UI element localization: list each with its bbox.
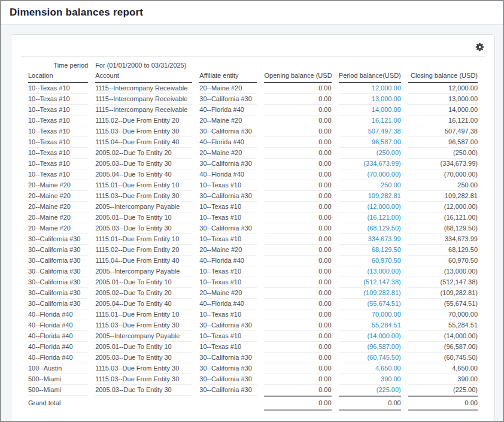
closing-balance-cell: 14,000.00 (408, 105, 478, 116)
account-cell: 1115.03--Due From Entity 30 (95, 126, 192, 137)
account-cell: 2005.04--Due To Entity 40 (95, 299, 192, 309)
table-row: 10--Texas #101115--Intercompany Receivab… (28, 83, 478, 94)
period-balance-link[interactable]: 14,000.00 (372, 106, 401, 113)
period-balance-link[interactable]: 12,000.00 (372, 84, 401, 92)
col-header-location: Location (28, 70, 88, 83)
period-balance-cell: (60,745.50) (339, 353, 401, 363)
affiliate-entity-cell: 10--Texas #10 (199, 266, 257, 277)
period-balance-link[interactable]: 334,673.99 (368, 235, 401, 242)
period-balance-link[interactable]: (55,674.51) (367, 300, 400, 307)
table-row: 40--Florida #402005--Intercompany Payabl… (28, 331, 478, 342)
affiliate-entity-cell: 20--Maine #20 (199, 288, 257, 299)
affiliate-entity-cell: 20--Maine #20 (199, 83, 257, 94)
grand-total-row: Grand total 0.00 0.00 0.00 (28, 396, 478, 411)
location-cell: 20--Maine #20 (28, 191, 88, 202)
location-cell: 20--Maine #20 (28, 223, 88, 234)
period-balance-link[interactable]: (334,673.99) (363, 160, 400, 167)
col-header-affiliate-entity: Affiliate entity (199, 70, 257, 83)
account-cell: 1115.01--Due From Entity 10 (95, 234, 192, 245)
table-row: 10--Texas #102005.03--Due To Entity 3030… (28, 159, 478, 169)
location-cell: 10--Texas #10 (28, 159, 88, 169)
account-cell: 2005.02--Due To Entity 20 (95, 148, 192, 159)
opening-balance-cell: 0.00 (264, 256, 331, 266)
period-balance-cell: 14,000.00 (339, 105, 401, 116)
affiliate-entity-cell: 30--California #30 (199, 374, 257, 385)
period-balance-link[interactable]: 16,121.00 (372, 117, 401, 124)
period-balance-cell: 55,284.51 (339, 320, 401, 331)
period-balance-cell: (13,000.00) (339, 266, 401, 277)
closing-balance-cell: (13,000.00) (408, 266, 478, 277)
opening-balance-cell: 0.00 (264, 374, 331, 385)
closing-balance-cell: 55,284.51 (408, 320, 478, 331)
opening-balance-cell: 0.00 (264, 148, 331, 159)
period-balance-cell: 390.00 (339, 374, 401, 385)
table-row: 40--Florida #402005.03--Due To Entity 30… (28, 353, 478, 363)
period-balance-link[interactable]: 250.00 (381, 181, 401, 189)
account-cell: 1115.03--Due From Entity 30 (95, 374, 192, 385)
col-header-closing-balance: Closing balance (USD) (408, 70, 478, 83)
period-balance-cell: 12,000.00 (339, 83, 401, 94)
period-balance-link[interactable]: (250.00) (377, 149, 401, 156)
period-balance-link[interactable]: (109,282.81) (363, 289, 400, 296)
opening-balance-cell: 0.00 (264, 83, 331, 94)
closing-balance-cell: (55,674.51) (408, 299, 478, 309)
period-balance-link[interactable]: 68,129.50 (372, 246, 401, 253)
period-balance-link[interactable]: 507,497.38 (368, 127, 401, 135)
period-balance-link[interactable]: 13,000.00 (372, 95, 401, 102)
closing-balance-cell: 109,282.81 (408, 191, 478, 202)
opening-balance-cell: 0.00 (264, 342, 331, 353)
account-cell: 1115.04--Due From Entity 40 (95, 256, 192, 266)
period-balance-link[interactable]: 55,284.51 (372, 321, 401, 329)
period-balance-link[interactable]: 109,282.81 (368, 192, 401, 199)
closing-balance-cell: 96,587.00 (408, 137, 478, 148)
affiliate-entity-cell: 40--Florida #40 (199, 299, 257, 309)
col-header-account: Account (95, 70, 192, 83)
settings-button[interactable] (475, 42, 485, 52)
closing-balance-cell: (96,587.00) (408, 342, 478, 353)
affiliate-entity-cell: 40--Florida #40 (199, 256, 257, 266)
period-balance-link[interactable]: (16,121.00) (367, 214, 400, 221)
location-cell: 500--Miami (28, 374, 88, 385)
period-balance-link[interactable]: (68,129.50) (367, 224, 400, 232)
account-cell: 1115.02--Due From Entity 20 (95, 116, 192, 126)
period-balance-link[interactable]: (12,000.00) (367, 203, 400, 210)
period-balance-cell: (12,000.00) (339, 202, 401, 212)
account-cell: 1115.01--Due From Entity 10 (95, 180, 192, 191)
account-cell: 1115--Intercompany Receivable (95, 105, 192, 116)
closing-balance-cell: (250.00) (408, 148, 478, 159)
account-cell: 2005.01--Due To Entity 10 (95, 342, 192, 353)
period-balance-cell: (16,121.00) (339, 212, 401, 223)
table-row: 30--California #302005--Intercompany Pay… (28, 266, 478, 277)
period-balance-link[interactable]: 96,587.00 (372, 138, 401, 145)
period-balance-link[interactable]: (70,000.00) (367, 171, 400, 178)
closing-balance-cell: (225.00) (408, 385, 478, 396)
period-balance-link[interactable]: 390.00 (381, 375, 401, 382)
period-balance-link[interactable]: 60,970.50 (372, 257, 401, 264)
period-balance-cell: (109,282.81) (339, 288, 401, 299)
period-balance-cell: 109,282.81 (339, 191, 401, 202)
table-row: 100--Austin1115.03--Due From Entity 3030… (28, 363, 478, 374)
account-cell: 2005.01--Due To Entity 10 (95, 212, 192, 223)
period-balance-link[interactable]: 70,000.00 (372, 311, 401, 318)
location-cell: 500--Miami (28, 385, 88, 396)
period-balance-link[interactable]: (96,587.00) (367, 343, 400, 350)
period-balance-link[interactable]: (14,000.00) (367, 332, 400, 339)
period-balance-link[interactable]: 4,650.00 (375, 365, 401, 372)
location-cell: 10--Texas #10 (28, 116, 88, 126)
period-balance-link[interactable]: (60,745.50) (367, 354, 400, 361)
closing-balance-cell: 13,000.00 (408, 94, 478, 105)
affiliate-entity-cell: 30--California #30 (199, 385, 257, 396)
affiliate-entity-cell: 10--Texas #10 (199, 331, 257, 342)
location-cell: 40--Florida #40 (28, 309, 88, 320)
affiliate-entity-cell: 30--California #30 (199, 363, 257, 374)
table-row: 30--California #301115.04--Due From Enti… (28, 256, 478, 266)
period-balance-link[interactable]: (512,147.38) (363, 278, 400, 286)
period-balance-link[interactable]: (225.00) (377, 386, 401, 393)
location-cell: 40--Florida #40 (28, 331, 88, 342)
opening-balance-cell: 0.00 (264, 169, 331, 180)
affiliate-entity-cell: 30--California #30 (199, 191, 257, 202)
period-balance-link[interactable]: (13,000.00) (367, 268, 400, 275)
location-cell: 10--Texas #10 (28, 137, 88, 148)
account-cell: 2005--Intercompany Payable (95, 202, 192, 212)
closing-balance-cell: 68,129.50 (408, 245, 478, 256)
